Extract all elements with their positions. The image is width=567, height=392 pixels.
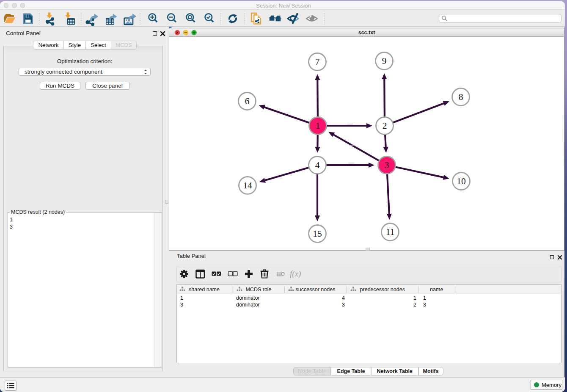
svg-text:7: 7 bbox=[315, 57, 320, 67]
svg-text:10: 10 bbox=[457, 176, 466, 186]
svg-text:6: 6 bbox=[245, 96, 250, 106]
svg-text:1: 1 bbox=[316, 121, 320, 131]
svg-text:9: 9 bbox=[382, 56, 387, 66]
svg-text:4: 4 bbox=[315, 160, 320, 170]
svg-text:11: 11 bbox=[386, 227, 395, 237]
svg-text:2: 2 bbox=[383, 121, 387, 131]
svg-text:8: 8 bbox=[459, 92, 463, 102]
svg-text:15: 15 bbox=[313, 229, 322, 239]
svg-text:3: 3 bbox=[385, 160, 389, 170]
svg-text:14: 14 bbox=[243, 180, 252, 190]
